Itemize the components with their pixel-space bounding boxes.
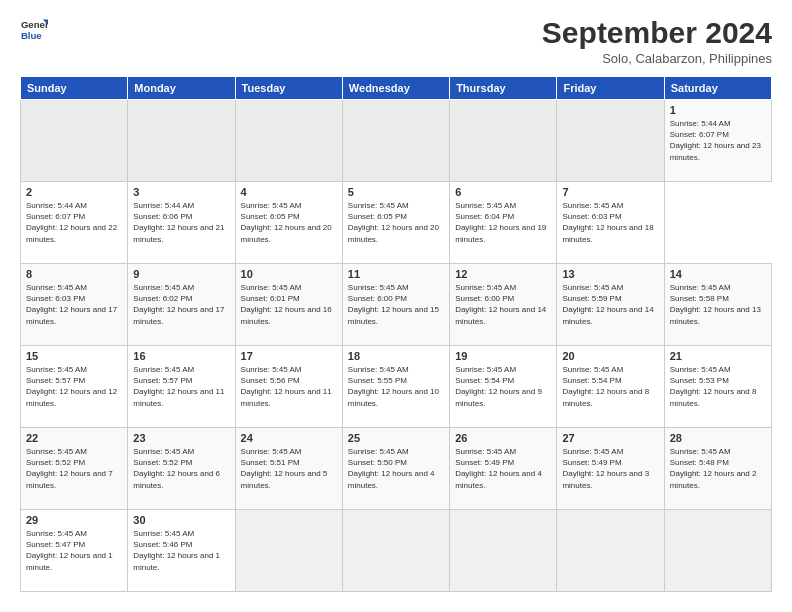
day-info: Sunrise: 5:45 AMSunset: 5:54 PMDaylight:… <box>455 364 551 409</box>
svg-text:General: General <box>21 19 48 30</box>
day-info: Sunrise: 5:44 AMSunset: 6:07 PMDaylight:… <box>670 118 766 163</box>
week-row-1: 1Sunrise: 5:44 AMSunset: 6:07 PMDaylight… <box>21 100 772 182</box>
day-number: 2 <box>26 186 122 198</box>
day-cell-29: 29Sunrise: 5:45 AMSunset: 5:47 PMDayligh… <box>21 510 128 592</box>
week-row-5: 22Sunrise: 5:45 AMSunset: 5:52 PMDayligh… <box>21 428 772 510</box>
day-cell-14: 14Sunrise: 5:45 AMSunset: 5:58 PMDayligh… <box>664 264 771 346</box>
day-number: 10 <box>241 268 337 280</box>
day-number: 28 <box>670 432 766 444</box>
day-info: Sunrise: 5:45 AMSunset: 6:02 PMDaylight:… <box>133 282 229 327</box>
col-header-monday: Monday <box>128 77 235 100</box>
day-number: 8 <box>26 268 122 280</box>
day-number: 11 <box>348 268 444 280</box>
calendar-page: General Blue September 2024 Solo, Calaba… <box>0 0 792 604</box>
day-info: Sunrise: 5:45 AMSunset: 5:56 PMDaylight:… <box>241 364 337 409</box>
day-number: 9 <box>133 268 229 280</box>
day-number: 23 <box>133 432 229 444</box>
day-number: 29 <box>26 514 122 526</box>
day-number: 18 <box>348 350 444 362</box>
day-info: Sunrise: 5:45 AMSunset: 5:51 PMDaylight:… <box>241 446 337 491</box>
day-info: Sunrise: 5:45 AMSunset: 6:03 PMDaylight:… <box>562 200 658 245</box>
day-cell-16: 16Sunrise: 5:45 AMSunset: 5:57 PMDayligh… <box>128 346 235 428</box>
day-cell-28: 28Sunrise: 5:45 AMSunset: 5:48 PMDayligh… <box>664 428 771 510</box>
empty-cell <box>342 510 449 592</box>
day-info: Sunrise: 5:45 AMSunset: 5:52 PMDaylight:… <box>26 446 122 491</box>
col-header-friday: Friday <box>557 77 664 100</box>
day-number: 27 <box>562 432 658 444</box>
day-cell-24: 24Sunrise: 5:45 AMSunset: 5:51 PMDayligh… <box>235 428 342 510</box>
empty-cell <box>664 510 771 592</box>
col-header-wednesday: Wednesday <box>342 77 449 100</box>
day-number: 12 <box>455 268 551 280</box>
empty-cell <box>235 100 342 182</box>
day-info: Sunrise: 5:45 AMSunset: 5:58 PMDaylight:… <box>670 282 766 327</box>
day-cell-13: 13Sunrise: 5:45 AMSunset: 5:59 PMDayligh… <box>557 264 664 346</box>
day-cell-19: 19Sunrise: 5:45 AMSunset: 5:54 PMDayligh… <box>450 346 557 428</box>
empty-cell <box>128 100 235 182</box>
day-number: 21 <box>670 350 766 362</box>
day-info: Sunrise: 5:45 AMSunset: 6:05 PMDaylight:… <box>348 200 444 245</box>
day-info: Sunrise: 5:45 AMSunset: 5:50 PMDaylight:… <box>348 446 444 491</box>
day-info: Sunrise: 5:45 AMSunset: 5:47 PMDaylight:… <box>26 528 122 573</box>
week-row-6: 29Sunrise: 5:45 AMSunset: 5:47 PMDayligh… <box>21 510 772 592</box>
empty-cell <box>450 100 557 182</box>
day-cell-7: 7Sunrise: 5:45 AMSunset: 6:03 PMDaylight… <box>557 182 664 264</box>
week-row-4: 15Sunrise: 5:45 AMSunset: 5:57 PMDayligh… <box>21 346 772 428</box>
day-number: 19 <box>455 350 551 362</box>
day-cell-25: 25Sunrise: 5:45 AMSunset: 5:50 PMDayligh… <box>342 428 449 510</box>
svg-text:Blue: Blue <box>21 30 42 41</box>
empty-cell <box>557 510 664 592</box>
day-cell-3: 3Sunrise: 5:44 AMSunset: 6:06 PMDaylight… <box>128 182 235 264</box>
day-number: 30 <box>133 514 229 526</box>
day-cell-15: 15Sunrise: 5:45 AMSunset: 5:57 PMDayligh… <box>21 346 128 428</box>
week-row-3: 8Sunrise: 5:45 AMSunset: 6:03 PMDaylight… <box>21 264 772 346</box>
day-info: Sunrise: 5:45 AMSunset: 5:59 PMDaylight:… <box>562 282 658 327</box>
day-cell-1: 1Sunrise: 5:44 AMSunset: 6:07 PMDaylight… <box>664 100 771 182</box>
day-cell-26: 26Sunrise: 5:45 AMSunset: 5:49 PMDayligh… <box>450 428 557 510</box>
day-cell-18: 18Sunrise: 5:45 AMSunset: 5:55 PMDayligh… <box>342 346 449 428</box>
day-cell-27: 27Sunrise: 5:45 AMSunset: 5:49 PMDayligh… <box>557 428 664 510</box>
empty-cell <box>557 100 664 182</box>
logo-icon: General Blue <box>20 16 48 44</box>
day-number: 22 <box>26 432 122 444</box>
day-number: 1 <box>670 104 766 116</box>
day-cell-4: 4Sunrise: 5:45 AMSunset: 6:05 PMDaylight… <box>235 182 342 264</box>
location-subtitle: Solo, Calabarzon, Philippines <box>542 51 772 66</box>
day-number: 5 <box>348 186 444 198</box>
day-number: 13 <box>562 268 658 280</box>
day-info: Sunrise: 5:45 AMSunset: 5:57 PMDaylight:… <box>133 364 229 409</box>
day-number: 25 <box>348 432 444 444</box>
day-cell-10: 10Sunrise: 5:45 AMSunset: 6:01 PMDayligh… <box>235 264 342 346</box>
day-cell-8: 8Sunrise: 5:45 AMSunset: 6:03 PMDaylight… <box>21 264 128 346</box>
day-number: 7 <box>562 186 658 198</box>
col-header-sunday: Sunday <box>21 77 128 100</box>
day-number: 24 <box>241 432 337 444</box>
day-cell-11: 11Sunrise: 5:45 AMSunset: 6:00 PMDayligh… <box>342 264 449 346</box>
day-info: Sunrise: 5:45 AMSunset: 5:55 PMDaylight:… <box>348 364 444 409</box>
day-cell-17: 17Sunrise: 5:45 AMSunset: 5:56 PMDayligh… <box>235 346 342 428</box>
header: General Blue September 2024 Solo, Calaba… <box>20 16 772 66</box>
calendar-table: SundayMondayTuesdayWednesdayThursdayFrid… <box>20 76 772 592</box>
day-cell-21: 21Sunrise: 5:45 AMSunset: 5:53 PMDayligh… <box>664 346 771 428</box>
day-cell-12: 12Sunrise: 5:45 AMSunset: 6:00 PMDayligh… <box>450 264 557 346</box>
day-number: 20 <box>562 350 658 362</box>
day-info: Sunrise: 5:45 AMSunset: 6:05 PMDaylight:… <box>241 200 337 245</box>
day-info: Sunrise: 5:45 AMSunset: 5:49 PMDaylight:… <box>562 446 658 491</box>
day-number: 16 <box>133 350 229 362</box>
day-info: Sunrise: 5:45 AMSunset: 5:52 PMDaylight:… <box>133 446 229 491</box>
day-info: Sunrise: 5:45 AMSunset: 6:00 PMDaylight:… <box>348 282 444 327</box>
day-number: 3 <box>133 186 229 198</box>
col-header-tuesday: Tuesday <box>235 77 342 100</box>
week-row-2: 2Sunrise: 5:44 AMSunset: 6:07 PMDaylight… <box>21 182 772 264</box>
day-cell-2: 2Sunrise: 5:44 AMSunset: 6:07 PMDaylight… <box>21 182 128 264</box>
day-info: Sunrise: 5:45 AMSunset: 6:03 PMDaylight:… <box>26 282 122 327</box>
day-cell-9: 9Sunrise: 5:45 AMSunset: 6:02 PMDaylight… <box>128 264 235 346</box>
day-number: 17 <box>241 350 337 362</box>
day-info: Sunrise: 5:45 AMSunset: 5:54 PMDaylight:… <box>562 364 658 409</box>
day-info: Sunrise: 5:45 AMSunset: 6:01 PMDaylight:… <box>241 282 337 327</box>
month-title: September 2024 <box>542 16 772 49</box>
day-cell-6: 6Sunrise: 5:45 AMSunset: 6:04 PMDaylight… <box>450 182 557 264</box>
day-cell-23: 23Sunrise: 5:45 AMSunset: 5:52 PMDayligh… <box>128 428 235 510</box>
day-number: 4 <box>241 186 337 198</box>
day-info: Sunrise: 5:45 AMSunset: 5:46 PMDaylight:… <box>133 528 229 573</box>
